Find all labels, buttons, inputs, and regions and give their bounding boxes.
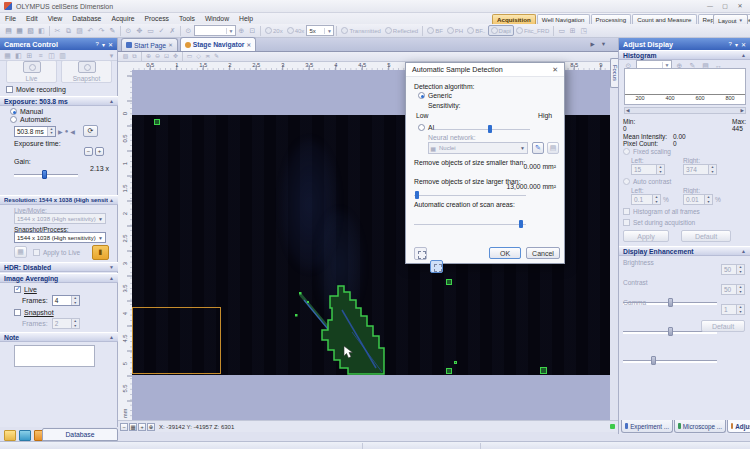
overlay-icon[interactable]: ◳ [578,25,589,36]
channel-bf-button[interactable]: BF [425,26,445,35]
open-icon[interactable]: ▦ [14,25,25,36]
avg-live-checkbox[interactable] [14,286,21,293]
exposure-slider[interactable] [14,170,78,179]
menu-item[interactable]: Edit [21,15,43,22]
ok-button[interactable]: OK [489,247,521,259]
menu-item[interactable]: Window [200,15,234,22]
tab-experiment[interactable]: Experiment ... [621,420,673,433]
redo-icon[interactable]: ↷ [96,25,107,36]
menu-item[interactable]: Help [234,15,258,22]
reflected-button[interactable]: Reflected [383,26,420,35]
minimize-button[interactable]: — [704,2,716,11]
resolution-warning-button[interactable]: ▮ [92,245,109,260]
menu-item[interactable]: File [0,15,21,22]
accept-icon[interactable]: ✓ [156,25,167,36]
close-icon[interactable]: ✕ [168,42,173,48]
camera-settings-icon[interactable]: ▦ [2,50,13,61]
crosshair-icon[interactable]: ≡ [35,50,46,61]
folder-icon[interactable] [4,430,16,441]
search-combobox[interactable]: ▼ [194,25,236,36]
channel-fitc-button[interactable]: Fitc_FRD [514,26,551,35]
zoom-tool-icon[interactable]: ⊙ [123,25,134,36]
ribbon-tab-count-measure[interactable]: Count and Measure [632,14,696,24]
new-document-icon[interactable]: ▤ [3,25,14,36]
menu-item[interactable]: Tools [174,15,200,22]
overlay-icon[interactable]: ◫ [46,50,57,61]
measure-icon[interactable]: ≍ [203,52,212,61]
overflow-icon[interactable]: ▾ [106,50,117,61]
objective-select[interactable]: 5x ▼ [306,25,334,36]
dialog-titlebar[interactable]: Automatic Sample Detection ✕ [406,63,564,77]
tab-microscope[interactable]: Microscope ... [674,420,726,433]
ribbon-tab-processing[interactable]: Processing [591,14,632,24]
polygon-select-icon[interactable]: ◇ [194,52,203,61]
paste-icon[interactable]: ▨ [74,25,85,36]
note-textarea[interactable] [14,345,95,367]
copy-icon[interactable]: ⧉ [130,52,139,61]
zoom-out-icon[interactable]: ⊖ [153,52,162,61]
brightness-input[interactable]: 50▲▼ [721,264,745,275]
histogram-icon[interactable]: ◧ [13,50,24,61]
help-icon[interactable]: ? [96,41,99,47]
center-stage-button[interactable]: ⊕ [147,423,155,431]
grid-icon[interactable]: ⊞ [24,50,35,61]
increase-icon[interactable]: ◀ [70,128,75,135]
tab-start-page[interactable]: Start Page✕ [121,38,178,51]
close-button[interactable]: ✕ [734,2,746,11]
note-section-header[interactable]: Note▲ [0,332,118,342]
cut-icon[interactable]: ✂ [52,25,63,36]
mag-40x-button[interactable]: 40x [285,26,307,35]
annotate-icon[interactable]: ✎ [212,52,221,61]
mag-20x-button[interactable]: 20x [263,26,285,35]
rect-select-icon[interactable]: ▭ [185,52,194,61]
spinner-arrows[interactable]: ▲▼ [71,296,79,305]
save-icon[interactable]: ▧ [25,25,36,36]
close-icon[interactable]: ✕ [741,41,746,48]
exposure-section-header[interactable]: Exposure: 503.8 ms▲ [0,96,118,106]
avg-snapshot-checkbox[interactable] [14,309,21,316]
channel-bf2-button[interactable]: BF.. [465,26,487,35]
auto-exposure-button[interactable]: ⟳ [83,125,98,137]
hdr-section-header[interactable]: HDR: Disabled▼ [0,262,118,272]
remove-smaller-slider[interactable] [414,191,526,199]
snapshot-process-select[interactable]: 1544 x 1038 (High sensitivity) ▼ [14,232,106,243]
snapshot-button[interactable]: Snapshot [61,60,112,83]
pin-icon[interactable]: ▾ [102,41,105,48]
transmitted-button[interactable]: Transmitted [339,26,382,35]
scan-area-mode-off-button[interactable] [414,247,427,260]
focus-panel-tab[interactable]: Focus [610,58,618,88]
zoom-in-button[interactable]: + [138,423,146,431]
histogram-section-header[interactable]: Histogram▲ [619,50,750,60]
close-icon[interactable]: ✕ [108,41,113,48]
exposure-plus-button[interactable]: + [95,147,104,156]
info-icon[interactable]: ▥ [57,50,68,61]
remove-larger-slider[interactable] [414,220,526,228]
menu-item[interactable]: Database [67,15,106,22]
scan-area-mode-on-button[interactable] [430,260,443,273]
pan-icon[interactable]: ✥ [171,52,180,61]
zoom-in-icon[interactable]: ⊕ [144,52,153,61]
scan-area-selection-rect[interactable] [132,307,221,374]
scroll-right-icon[interactable]: ▶ [741,108,744,113]
menu-item[interactable]: Acquire [106,15,139,22]
magnify-plus-icon[interactable]: ⊕ [236,25,247,36]
print-icon[interactable]: ◧ [36,25,47,36]
ribbon-tab-acquisition[interactable]: Acquisition [492,14,536,24]
reject-icon[interactable]: ✗ [167,25,178,36]
exposure-input[interactable]: 503.8 ms ▲▼ [14,126,56,137]
magnify-fit-icon[interactable]: ⊡ [247,25,258,36]
ribbon-tab-well-navigation[interactable]: Well Navigation [537,14,590,24]
auto-icon[interactable]: ● [65,128,69,134]
manual-radio[interactable] [10,108,17,115]
chevron-right-icon[interactable]: ▶ [588,40,597,49]
save-icon[interactable]: ▧ [121,52,130,61]
spinner-arrows[interactable]: ▲▼ [736,285,744,294]
resolution-section-header[interactable]: Resolution: 1544 x 1038 (High sensitivit… [0,195,118,205]
tab-adjust-display[interactable]: Adjust Display [727,420,750,433]
contrast-input[interactable]: 50▲▼ [721,284,745,295]
train-network-button[interactable]: ✎ [532,142,544,154]
sensitivity-slider[interactable] [434,125,530,133]
spinner-arrows[interactable]: ▲▼ [736,305,744,314]
automatic-radio[interactable] [10,116,17,123]
close-icon[interactable]: ✕ [246,42,251,48]
